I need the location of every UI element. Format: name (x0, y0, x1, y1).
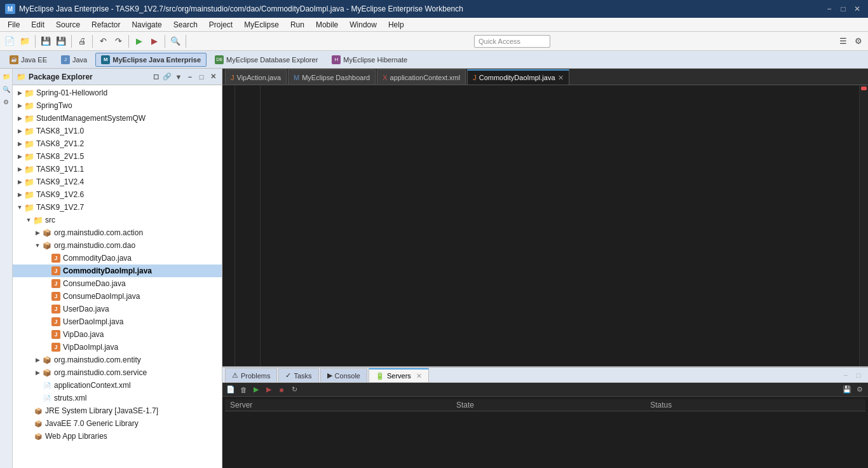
menu-myeclipse[interactable]: MyEclipse (239, 18, 284, 32)
menu-run[interactable]: Run (285, 18, 309, 32)
tree-item-task91v26[interactable]: ▶📁TASK9_1V2.6 (13, 188, 222, 201)
tree-item-userdaoimpl[interactable]: JUserDaoImpl.java (13, 315, 222, 328)
server-clean[interactable]: ⚙ (854, 384, 865, 396)
tree-item-consumedaoimpl[interactable]: JConsumeDaoImpl.java (13, 290, 222, 303)
run-button[interactable]: ▶ (132, 34, 146, 48)
minimize-button[interactable]: − (824, 3, 835, 15)
tree-item-appcontext[interactable]: 📄applicationContext.xml (13, 379, 222, 392)
tree-arrow-task91v24[interactable]: ▶ (15, 176, 24, 188)
tree-item-action[interactable]: ▶📦org.mainstudio.com.action (13, 226, 222, 239)
tree-item-jre[interactable]: 📦JRE System Library [JavaSE-1.7] (13, 404, 222, 417)
tab-problems[interactable]: ⚠ Problems (225, 368, 277, 382)
tab-commoditydaoimpl[interactable]: J CommodityDaoImpl.java ✕ (467, 69, 569, 85)
side-icon-3[interactable]: ⚙ (1, 97, 11, 107)
tree-arrow-task82v15[interactable]: ▶ (15, 150, 24, 163)
tree-item-entity[interactable]: ▶📦org.mainstudio.com.entity (13, 354, 222, 366)
bottom-maximize[interactable]: □ (853, 369, 864, 381)
tree-item-vipdao[interactable]: JVipDao.java (13, 328, 222, 341)
tab-servers[interactable]: 🔋 Servers ✕ (369, 368, 429, 382)
server-delete[interactable]: 🗑 (238, 384, 249, 396)
server-stop[interactable]: ■ (276, 384, 287, 396)
tab-tasks[interactable]: ✓ Tasks (278, 368, 318, 382)
tree-item-task82v15[interactable]: ▶📁TASK8_2V1.5 (13, 150, 222, 163)
pkg-link-editor[interactable]: 🔗 (162, 72, 172, 82)
tree-arrow-userdao[interactable] (42, 303, 51, 315)
tree-arrow-appcontext[interactable] (33, 379, 42, 392)
pkg-minimize[interactable]: − (185, 72, 195, 82)
server-start[interactable]: ▶ (250, 384, 262, 396)
tree-item-springtwo[interactable]: ▶📁SpringTwo (13, 99, 222, 112)
tree-item-userdao[interactable]: JUserDao.java (13, 303, 222, 315)
tree-item-webapp[interactable]: 📦Web App Libraries (13, 430, 222, 443)
tree-arrow-task82v12[interactable]: ▶ (15, 137, 24, 150)
code-editor[interactable] (261, 85, 859, 366)
tree-item-task91v11[interactable]: ▶📁TASK9_1V1.1 (13, 163, 222, 176)
pkg-maximize[interactable]: □ (196, 72, 207, 82)
print-button[interactable]: 🖨 (75, 34, 89, 48)
tree-arrow-webapp[interactable] (24, 430, 33, 443)
menu-search[interactable]: Search (168, 18, 203, 32)
server-restart[interactable]: ↻ (288, 384, 300, 396)
side-icon-2[interactable]: 🔍 (1, 84, 11, 94)
tree-arrow-service[interactable]: ▶ (33, 366, 42, 379)
tree-arrow-consumedaoimpl[interactable] (42, 290, 51, 303)
menu-edit[interactable]: Edit (26, 18, 50, 32)
perspective-java[interactable]: J Java (55, 53, 93, 67)
pkg-collapse-all[interactable]: ◻ (151, 72, 161, 82)
tree-item-task91v24[interactable]: ▶📁TASK9_1V2.4 (13, 176, 222, 188)
tree-arrow-entity[interactable]: ▶ (33, 354, 42, 366)
tab-vipaction[interactable]: J VipAction.java (225, 69, 287, 85)
editor-scrollbar[interactable] (859, 85, 868, 366)
toolbar-extra-1[interactable]: ☰ (836, 34, 850, 48)
debug-button[interactable]: ▶ (147, 34, 161, 48)
perspective-hibernate[interactable]: H MyEclipse Hibernate (326, 53, 413, 67)
pkg-close[interactable]: ✕ (208, 72, 218, 82)
tab-appcontext[interactable]: X applicationContext.xml (377, 69, 466, 85)
tree-item-vipdaoimpl[interactable]: JVipDaoImpl.java (13, 341, 222, 354)
bottom-minimize[interactable]: − (840, 369, 851, 381)
toolbar-extra-2[interactable]: ⚙ (851, 34, 865, 48)
tree-item-service[interactable]: ▶📦org.mainstudio.com.service (13, 366, 222, 379)
quick-access-input[interactable]: Quick Access (474, 35, 550, 48)
save-button[interactable]: 💾 (39, 34, 53, 48)
server-new[interactable]: 📄 (225, 384, 236, 396)
new-button[interactable]: 📄 (3, 34, 17, 48)
tree-arrow-javaee[interactable] (24, 417, 33, 430)
menu-window[interactable]: Window (344, 18, 382, 32)
tree-item-task81v10[interactable]: ▶📁TASK8_1V1.0 (13, 125, 222, 137)
redo-button[interactable]: ↷ (111, 34, 125, 48)
open-button[interactable]: 📁 (18, 34, 32, 48)
perspective-db-explorer[interactable]: DB MyEclipse Database Explorer (209, 53, 323, 67)
menu-navigate[interactable]: Navigate (126, 18, 166, 32)
menu-project[interactable]: Project (204, 18, 238, 32)
tree-item-src[interactable]: ▼📁src (13, 214, 222, 226)
tree-item-task91v27[interactable]: ▼📁TASK9_1V2.7 (13, 201, 222, 214)
tree-arrow-action[interactable]: ▶ (33, 226, 42, 239)
tree-arrow-src[interactable]: ▼ (24, 214, 33, 226)
tree-arrow-dao[interactable]: ▼ (33, 239, 42, 252)
perspective-java-ee[interactable]: ☕ Java EE (4, 53, 53, 67)
search-button[interactable]: 🔍 (168, 34, 182, 48)
undo-button[interactable]: ↶ (96, 34, 110, 48)
tree-arrow-task91v11[interactable]: ▶ (15, 163, 24, 176)
tree-arrow-struts[interactable] (33, 392, 42, 404)
tree-arrow-jre[interactable] (24, 404, 33, 417)
tree-item-commoditydaoimpl[interactable]: JCommodityDaoImpl.java (13, 265, 222, 277)
tree-item-studentmgmt[interactable]: ▶📁StudentManagementSystemQW (13, 112, 222, 125)
tree-arrow-commoditydao[interactable] (42, 252, 51, 265)
tree-arrow-spring01[interactable]: ▶ (15, 86, 24, 99)
pkg-menu[interactable]: ▼ (173, 72, 184, 82)
save-all-button[interactable]: 💾 (54, 34, 68, 48)
tree-item-javaee[interactable]: 📦JavaEE 7.0 Generic Library (13, 417, 222, 430)
tree-arrow-studentmgmt[interactable]: ▶ (15, 112, 24, 125)
side-icon-1[interactable]: 📁 (1, 71, 11, 81)
tree-item-struts[interactable]: 📄struts.xml (13, 392, 222, 404)
maximize-button[interactable]: □ (837, 3, 849, 15)
tree-arrow-commoditydaoimpl[interactable] (42, 265, 51, 277)
tab-dashboard[interactable]: M MyEclipse Dashboard (288, 69, 376, 85)
perspective-myeclipse-java[interactable]: M MyEclipse Java Enterprise (95, 53, 207, 67)
tree-arrow-task91v26[interactable]: ▶ (15, 188, 24, 201)
close-button[interactable]: ✕ (851, 3, 863, 15)
menu-source[interactable]: Source (51, 18, 85, 32)
tree-item-task82v12[interactable]: ▶📁TASK8_2V1.2 (13, 137, 222, 150)
